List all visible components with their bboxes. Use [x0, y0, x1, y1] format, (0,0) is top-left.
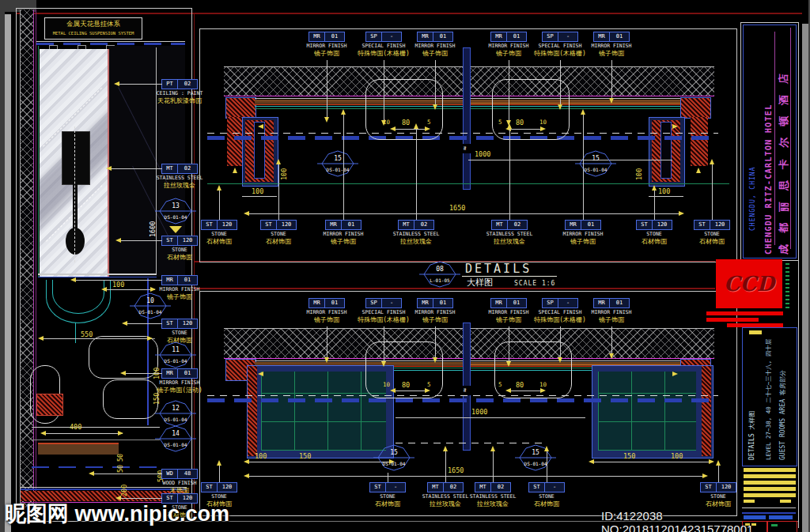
sheet-type: DETAILS 大样图 [749, 410, 755, 460]
leader-arrow [324, 117, 329, 123]
dim-100v: 100 [636, 168, 643, 180]
dim-arrow [118, 431, 123, 436]
dim-100: 100 [255, 453, 267, 460]
leader-arrow [114, 81, 119, 86]
material-tag: ST120 STONE 石材饰面 [676, 220, 748, 245]
break-symbol: ≈ [461, 388, 468, 392]
dim-80: 80 [516, 382, 524, 389]
svg-text:14: 14 [172, 430, 180, 437]
sheet-level: LEVEL 27~38, 40 二十七~三十八, 四十层 [766, 339, 772, 460]
material-tag: MR01 MIRROR FINISH 镜子饰面 [399, 298, 471, 323]
leader-arrow [70, 277, 76, 282]
dim-arrow [244, 459, 249, 464]
svg-text:DS-01-04: DS-01-04 [165, 214, 187, 220]
leader-arrow [544, 446, 549, 451]
wall-hatch-column [20, 9, 34, 507]
leader-line [712, 162, 713, 220]
dim-80: 80 [516, 119, 524, 126]
dim-5: 5 [498, 119, 502, 126]
dashed-centerline [207, 395, 718, 396]
leader-arrow [120, 371, 126, 375]
leader-line [611, 60, 612, 98]
dim-line [393, 129, 428, 130]
leader-arrow [506, 361, 511, 367]
suspension-system-cn: 金属天花悬挂体系 [45, 20, 142, 29]
title-divider [790, 28, 791, 249]
wall-column-right [691, 117, 708, 166]
svg-text:15: 15 [390, 449, 398, 456]
watermark-id: ID:4122038 NO:20181120142315778001 [601, 509, 810, 532]
material-tag: MR01 MIRROR FINISH 镜子饰面 [308, 220, 379, 245]
details-title-cn: 大样图 [467, 278, 493, 287]
dim-10: 10 [539, 382, 547, 388]
mirror-edge-line [38, 46, 39, 277]
dim-arrow [390, 388, 396, 393]
leader-line [560, 326, 561, 357]
leader-arrow [217, 460, 221, 466]
material-tag: MT02 STAINLESS STEEL 拉丝玫瑰金 [474, 220, 545, 245]
details-title: DETAILS [465, 263, 532, 275]
wall-head-left [225, 97, 256, 119]
wall-head-right [680, 97, 711, 119]
leader-line [120, 240, 162, 241]
leader-arrow [433, 357, 437, 363]
ccd-logo-text: CCD [724, 272, 774, 296]
center-support-stem [463, 47, 471, 190]
leader-arrow [276, 159, 281, 164]
svg-text:13: 13 [172, 202, 180, 209]
details-scale: SCALE 1:6 [514, 281, 555, 287]
dim-5: 5 [427, 382, 431, 388]
dim-arrow [40, 431, 46, 436]
leader-arrow [89, 471, 94, 476]
leader-line [509, 60, 509, 120]
counter-blue-line [38, 277, 157, 277]
svg-text:11: 11 [172, 346, 180, 353]
leader-line [127, 323, 162, 324]
svg-text:DS-01-04: DS-01-04 [165, 442, 187, 447]
dim-1600: 1600 [150, 221, 157, 237]
leader-arrow [558, 357, 562, 363]
dim-line [396, 417, 585, 418]
sheet-area: GUEST ROOMS AREA 客房部分 [780, 370, 786, 460]
cabinet-line [32, 427, 160, 428]
svg-text:15: 15 [592, 155, 600, 162]
detail-ref-bubble: 12 DS-01-04 [158, 400, 193, 427]
leader-line [435, 60, 436, 104]
wall-lamp-body [62, 131, 90, 185]
svg-text:DS-01-04: DS-01-04 [524, 461, 547, 466]
dim-arrow [679, 211, 684, 216]
material-tag: MR01 MIRROR FINISH 镜子饰面 [399, 32, 471, 57]
leader-arrow [558, 104, 562, 110]
detail-ref-bubble: 10 DS-01-04 [133, 292, 168, 319]
arrow [672, 372, 678, 376]
dim-10: 10 [383, 382, 390, 388]
leader-line [219, 188, 220, 220]
title-divider [774, 32, 775, 245]
sheet-detail-bubble: 08 L-01-05 [422, 261, 457, 288]
left-paper-edge [5, 14, 11, 532]
leader-line [327, 60, 327, 117]
leader-line [125, 373, 162, 374]
arrow [696, 168, 701, 173]
dim-arrow [244, 211, 249, 216]
dim-line [44, 433, 123, 434]
dim-line [509, 129, 543, 130]
dim-550: 550 [81, 331, 93, 338]
dim-arrow [390, 126, 396, 131]
leader-line [547, 449, 547, 482]
project-name-en: CHENGDU RITZ-CARLTON HOTEL [764, 104, 773, 255]
svg-text:DS-01-04: DS-01-04 [165, 417, 187, 422]
project-location: CHENGDU, CHINA [750, 167, 756, 231]
cabinet-right-hatch [702, 366, 711, 456]
suspension-system-en: METAL CEILING SUSPENSION SYSTEM [45, 31, 142, 36]
dim-arrow [540, 388, 546, 393]
sheet-info-accent [749, 330, 762, 334]
section-cut-marker [169, 226, 182, 233]
cabinet-right-glass [598, 372, 696, 451]
dim-400: 400 [70, 424, 81, 431]
cabinet-line [32, 440, 160, 440]
leader-arrow [115, 238, 121, 243]
leader-arrow [217, 185, 221, 191]
dim-arrow [425, 388, 430, 393]
dim-150: 150 [623, 453, 635, 460]
